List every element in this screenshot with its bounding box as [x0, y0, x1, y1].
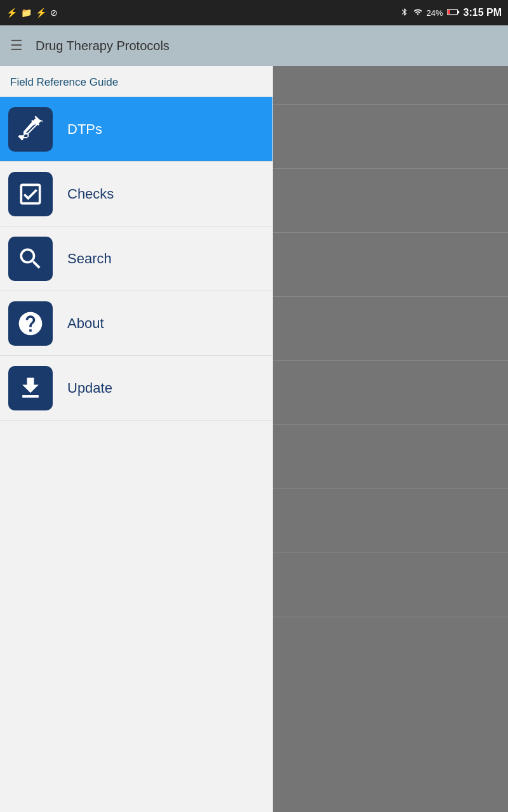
battery-icon	[447, 8, 460, 18]
svg-rect-1	[457, 11, 459, 13]
nav-icon-box-about	[0, 291, 61, 356]
nav-icon-box-dtps	[0, 97, 61, 162]
nav-item-checks[interactable]: Checks	[0, 162, 272, 226]
block-icon: ⊘	[50, 8, 58, 18]
nav-icon-box-search	[0, 226, 61, 291]
nav-icon-box-update	[0, 356, 61, 421]
sidebar: Field Reference Guide DTPs	[0, 66, 273, 812]
syringe-icon	[8, 107, 53, 152]
nav-list: DTPs Checks	[0, 97, 272, 812]
nav-icon-box-checks	[0, 162, 61, 226]
right-dividers	[273, 66, 508, 617]
search-icon	[8, 237, 53, 281]
checkbox-icon	[8, 172, 53, 216]
usb-icon: ⚡	[6, 8, 17, 18]
svg-rect-2	[447, 10, 450, 15]
nav-label-checks: Checks	[67, 186, 114, 202]
right-panel	[273, 66, 508, 812]
hamburger-menu-icon[interactable]: ☰	[10, 37, 23, 54]
nav-item-update[interactable]: Update	[0, 356, 272, 421]
nav-label-dtps: DTPs	[67, 121, 102, 138]
status-time: 3:15 PM	[464, 7, 502, 18]
status-bar: ⚡ 📁 ⚡ ⊘ 24% 3:15 PM	[0, 0, 508, 25]
sidebar-header: Field Reference Guide	[0, 66, 272, 97]
status-right-icons: 24% 3:15 PM	[400, 7, 502, 18]
folder-icon: 📁	[21, 8, 32, 18]
nav-label-search: Search	[67, 251, 112, 267]
sidebar-header-title: Field Reference Guide	[10, 76, 118, 88]
main-layout: Field Reference Guide DTPs	[0, 66, 508, 812]
app-bar: ☰ Drug Therapy Protocols	[0, 25, 508, 66]
nav-item-about[interactable]: About	[0, 291, 272, 356]
app-title: Drug Therapy Protocols	[36, 39, 170, 53]
wifi-icon	[413, 8, 423, 18]
download-icon	[8, 366, 53, 410]
nav-label-about: About	[67, 315, 104, 332]
question-icon	[8, 301, 53, 346]
nav-item-dtps[interactable]: DTPs	[0, 97, 272, 162]
flash-icon: ⚡	[36, 8, 46, 18]
nav-label-update: Update	[67, 380, 112, 396]
battery-percent: 24%	[427, 8, 443, 18]
status-left-icons: ⚡ 📁 ⚡ ⊘	[6, 8, 58, 18]
nav-item-search[interactable]: Search	[0, 226, 272, 291]
bluetooth-icon	[400, 8, 409, 18]
